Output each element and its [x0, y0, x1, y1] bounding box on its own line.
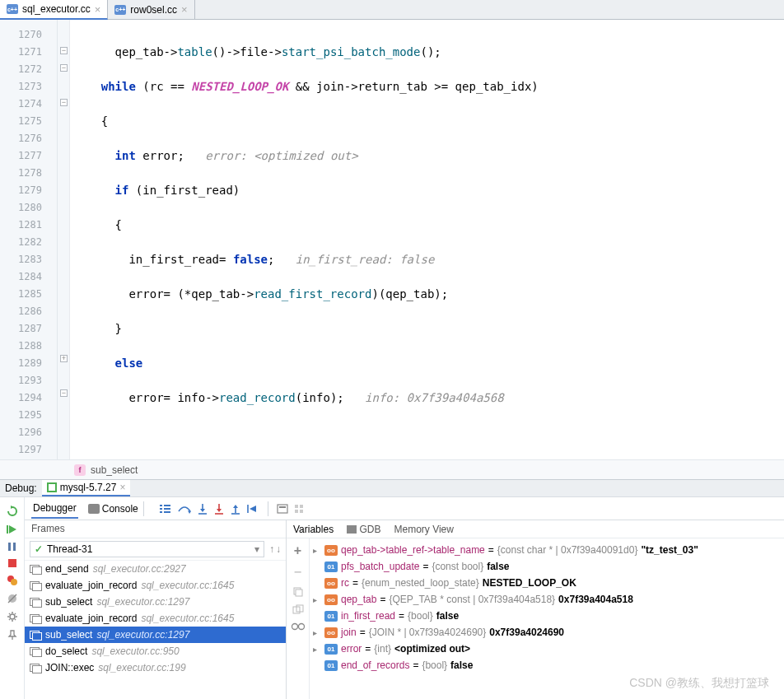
frame-item[interactable]: JOIN::exec sql_executor.cc:199 [25, 659, 286, 676]
evaluate-icon[interactable] [277, 503, 288, 515]
prim-badge-icon: 01 [324, 644, 338, 655]
show-execution-point-icon[interactable] [159, 503, 172, 515]
run-config-tab[interactable]: mysql-5.7.27 × [42, 480, 131, 496]
frame-item[interactable]: end_send sql_executor.cc:2927 [25, 561, 286, 577]
svg-point-27 [10, 614, 15, 619]
variable-row[interactable]: 01in_first_read = {bool} false [311, 608, 782, 624]
svg-rect-3 [164, 505, 170, 506]
trace-icon[interactable] [293, 503, 305, 515]
frame-icon [30, 580, 41, 590]
variable-row[interactable]: ▸ooqep_tab = {QEP_TAB * const | 0x7f39a4… [311, 591, 782, 608]
fold-toggle[interactable]: − [60, 47, 68, 54]
frame-item[interactable]: sub_select sql_executor.cc:1297 [25, 594, 286, 610]
thread-dropdown[interactable]: ✓ Thread-31 ▾ [30, 541, 264, 557]
fold-toggle[interactable]: − [60, 99, 68, 106]
chevron-down-icon: ▾ [254, 543, 259, 555]
cpp-file-icon: c++ [114, 5, 126, 15]
frame-item[interactable]: evaluate_join_record sql_executor.cc:164… [25, 577, 286, 594]
step-over-icon[interactable] [177, 503, 192, 515]
svg-rect-21 [13, 543, 16, 551]
svg-rect-20 [8, 543, 11, 551]
svg-point-24 [11, 579, 17, 585]
variable-row[interactable]: ▸oojoin = {JOIN * | 0x7f39a4024690} 0x7f… [311, 624, 782, 641]
line-numbers: 12701271 12721273 12741275 12761277 1278… [0, 20, 58, 459]
app-icon [47, 482, 57, 492]
close-icon[interactable]: × [95, 3, 101, 16]
variable-row[interactable]: 01end_of_records = {bool} false [311, 657, 782, 673]
copy-icon[interactable] [292, 586, 304, 598]
expand-icon[interactable]: ▸ [313, 595, 321, 604]
tab-label: row0sel.cc [130, 4, 177, 16]
stop-icon[interactable] [7, 558, 17, 568]
variable-row[interactable]: 01pfs_batch_update = {const bool} false [311, 558, 782, 575]
obj-badge-icon: oo [324, 578, 338, 589]
editor-tabs: c++ sql_executor.cc × c++ row0sel.cc × [0, 0, 784, 20]
glasses-icon[interactable] [291, 622, 306, 631]
frame-item[interactable]: do_select sql_executor.cc:950 [25, 643, 286, 659]
cpp-file-icon: c++ [7, 4, 18, 14]
force-step-into-icon[interactable] [213, 503, 225, 515]
tab-variables[interactable]: Variables [293, 524, 334, 535]
svg-rect-15 [295, 505, 298, 508]
tab-label: sql_executor.cc [22, 3, 91, 15]
rerun-icon[interactable] [7, 506, 18, 517]
frames-panel: Frames ✓ Thread-31 ▾ ↑ ↓ end_send sql_ex… [25, 520, 287, 699]
pause-icon[interactable] [7, 542, 17, 552]
tab-debugger[interactable]: Debugger [31, 499, 78, 519]
obj-badge-icon: oo [324, 594, 338, 605]
svg-rect-5 [164, 511, 170, 513]
svg-rect-14 [279, 506, 286, 508]
fold-toggle[interactable]: + [60, 355, 68, 362]
frame-item[interactable]: evaluate_join_record sql_executor.cc:164… [25, 610, 286, 627]
variables-tabs: Variables GDB Memory View [287, 520, 784, 538]
fold-column: − − − + − [58, 20, 70, 459]
frame-down-icon[interactable]: ↓ [276, 543, 281, 555]
fold-toggle[interactable]: − [60, 64, 68, 72]
add-watch-icon[interactable]: + [294, 543, 301, 558]
variable-row[interactable]: oorc = {enum_nested_loop_state} NESTED_L… [311, 575, 782, 591]
tab-memory[interactable]: Memory View [394, 524, 454, 535]
svg-rect-4 [164, 508, 170, 510]
expand-icon[interactable]: ▸ [313, 628, 321, 637]
fold-toggle[interactable]: − [60, 389, 68, 397]
svg-rect-28 [347, 525, 357, 534]
pin-icon[interactable] [7, 629, 18, 641]
expand-icon[interactable]: ▸ [313, 645, 321, 654]
close-icon[interactable]: × [119, 482, 125, 493]
svg-point-33 [292, 624, 297, 630]
prim-badge-icon: 01 [324, 611, 338, 622]
step-out-icon[interactable] [230, 503, 241, 515]
frame-item[interactable]: sub_select sql_executor.cc:1297 [25, 627, 286, 643]
settings-icon[interactable] [7, 611, 18, 622]
debug-side-toolbar [0, 520, 25, 699]
tab-row0sel[interactable]: c++ row0sel.cc × [108, 0, 194, 19]
svg-rect-30 [296, 589, 302, 596]
view-breakpoints-icon[interactable] [7, 575, 18, 586]
tab-console[interactable]: Console [86, 500, 140, 518]
svg-rect-2 [160, 511, 162, 513]
tab-sql-executor[interactable]: c++ sql_executor.cc × [0, 0, 108, 20]
remove-watch-icon[interactable]: − [294, 565, 301, 580]
debug-body: Frames ✓ Thread-31 ▾ ↑ ↓ end_send sql_ex… [0, 520, 784, 699]
tab-gdb[interactable]: GDB [347, 524, 380, 535]
duplicate-icon[interactable] [292, 604, 304, 616]
step-buttons [159, 501, 305, 516]
run-to-cursor-icon[interactable] [246, 503, 259, 515]
frame-icon [30, 564, 41, 574]
frame-up-icon[interactable]: ↑ [269, 543, 274, 555]
close-icon[interactable]: × [181, 3, 188, 16]
variables-panel: Variables GDB Memory View + − ▸ooqep_tab… [287, 520, 784, 699]
variable-row[interactable]: ▸ooqep_tab->table_ref->table_name = {con… [311, 542, 782, 558]
svg-rect-13 [278, 505, 287, 513]
variable-row[interactable]: ▸01error = {int} <optimized out> [311, 641, 782, 657]
step-into-icon[interactable] [197, 503, 208, 515]
variables-list: ▸ooqep_tab->table_ref->table_name = {con… [310, 538, 784, 699]
debug-tabs: Debugger Console [25, 499, 140, 519]
breadcrumb-fn[interactable]: sub_select [91, 464, 138, 476]
code-content[interactable]: qep_tab->table()->file->start_psi_batch_… [70, 20, 784, 459]
resume-icon[interactable] [7, 524, 18, 535]
code-editor: 12701271 12721273 12741275 12761277 1278… [0, 20, 784, 459]
expand-icon[interactable]: ▸ [313, 546, 321, 555]
frame-icon [30, 597, 41, 607]
mute-breakpoints-icon[interactable] [7, 593, 18, 604]
